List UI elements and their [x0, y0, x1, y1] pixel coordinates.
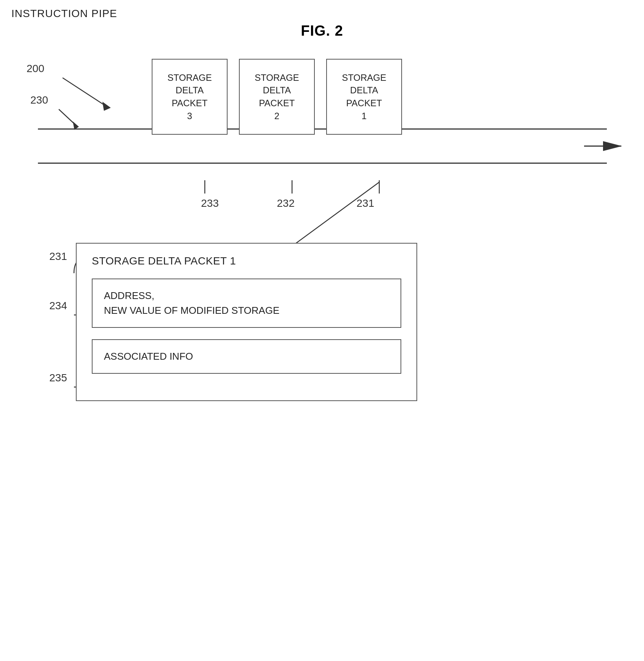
- ref-232-label: 232: [277, 197, 295, 209]
- detail-box: STORAGE DELTA PACKET 1 ADDRESS, NEW VALU…: [76, 243, 417, 401]
- svg-marker-5: [102, 102, 111, 111]
- inner-box-associated: ASSOCIATED INFO: [92, 339, 401, 374]
- ref-234-label: 234: [49, 300, 67, 312]
- packets-row: STORAGEDELTAPACKET3 STORAGEDELTAPACKET2 …: [152, 59, 402, 135]
- sdp3-label: STORAGEDELTAPACKET3: [168, 71, 212, 122]
- address-line2: NEW VALUE OF MODIFIED STORAGE: [104, 305, 280, 316]
- sdp-box-2: STORAGEDELTAPACKET2: [239, 59, 315, 135]
- address-line1: ADDRESS,: [104, 290, 154, 301]
- svg-line-6: [59, 109, 76, 125]
- ref-200-label: 200: [27, 63, 44, 75]
- page: FIG. 2: [0, 0, 644, 661]
- associated-info-text: ASSOCIATED INFO: [104, 351, 193, 362]
- sdp-box-1: STORAGEDELTAPACKET1: [326, 59, 402, 135]
- ref-235-label: 235: [49, 372, 67, 384]
- inner-box-address: ADDRESS, NEW VALUE OF MODIFIED STORAGE: [92, 279, 401, 328]
- svg-marker-7: [73, 121, 79, 130]
- pipe-label: INSTRUCTION PIPE: [11, 8, 117, 20]
- sdp-box-3: STORAGEDELTAPACKET3: [152, 59, 228, 135]
- ref-230-label: 230: [30, 94, 48, 106]
- svg-line-4: [63, 78, 106, 106]
- sdp1-label: STORAGEDELTAPACKET1: [342, 71, 386, 122]
- svg-marker-2: [603, 141, 622, 151]
- sdp2-label: STORAGEDELTAPACKET2: [255, 71, 299, 122]
- detail-box-title: STORAGE DELTA PACKET 1: [92, 255, 401, 267]
- ref-231-top-label: 231: [357, 197, 374, 209]
- ref-231-side-label: 231: [49, 250, 67, 263]
- ref-233-label: 233: [201, 197, 219, 209]
